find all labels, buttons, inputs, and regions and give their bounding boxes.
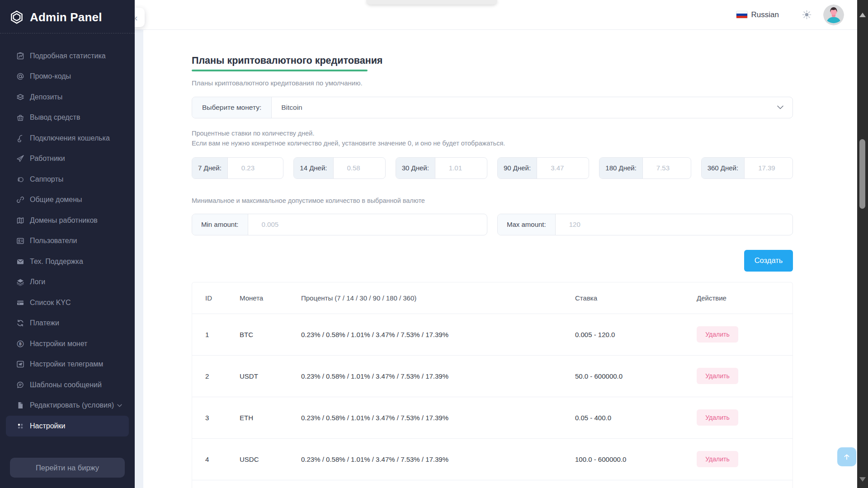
- tech-support-icon: [15, 257, 25, 266]
- sidebar-item-tech-support[interactable]: Тех. Поддержка: [0, 251, 135, 272]
- coin-settings-icon: ฿: [15, 339, 25, 348]
- create-button[interactable]: Создать: [744, 250, 793, 272]
- sidebar-item-message-templates[interactable]: Шаблоны сообщений: [0, 375, 135, 395]
- delete-button[interactable]: Удалить: [697, 451, 738, 467]
- rate-input-90-days[interactable]: [537, 158, 589, 178]
- delete-button[interactable]: Удалить: [697, 326, 738, 343]
- withdrawals-icon: [15, 113, 25, 122]
- rate-field-360-days: 360 Дней:: [701, 157, 793, 179]
- go-to-exchange-button[interactable]: Перейти на биржу: [10, 458, 125, 478]
- table-header: ID Монета Проценты (7 / 14 / 30 / 90 / 1…: [192, 282, 793, 314]
- plans-table: ID Монета Проценты (7 / 14 / 30 / 90 / 1…: [192, 282, 793, 488]
- table-row: 4 USDC 0.23% / 0.58% / 1.01% / 3.47% / 7…: [192, 438, 793, 480]
- sidebar-item-kyc-list[interactable]: Список KYC: [0, 292, 135, 313]
- language-selector[interactable]: Russian: [751, 10, 779, 19]
- scrollbar-thumb[interactable]: [859, 139, 865, 209]
- coin-select-label: Выберите монету:: [192, 97, 272, 118]
- page-subtitle: Планы криптовалютного кредитования по ум…: [192, 79, 793, 87]
- sidebar-item-wallet-connections[interactable]: Подключения кошелька: [0, 128, 135, 149]
- sidebar-item-promo-codes[interactable]: Промо-коды: [0, 66, 135, 87]
- app-title: Admin Panel: [30, 10, 102, 24]
- workers-icon: [15, 154, 25, 163]
- table-row: 3 ETH 0.23% / 0.58% / 1.01% / 3.47% / 7.…: [192, 397, 793, 438]
- rates-hint-2: Если вам не нужно конкретное количество …: [192, 140, 793, 147]
- min-amount-field: Min amount:: [192, 214, 487, 235]
- sidebar-item-logs[interactable]: Логи: [0, 272, 135, 293]
- worker-domains-icon: [15, 216, 25, 225]
- scroll-to-top-button[interactable]: [837, 447, 856, 466]
- user-avatar[interactable]: [823, 5, 844, 25]
- rates-hint-1: Процентные ставки по количеству дней.: [192, 130, 793, 137]
- title-underline: [192, 70, 368, 71]
- arrow-up-icon: [842, 452, 852, 462]
- promo-codes-icon: [15, 72, 25, 81]
- rate-input-180-days[interactable]: [643, 158, 691, 178]
- settings-icon: [15, 422, 25, 431]
- delete-button[interactable]: Удалить: [697, 368, 738, 384]
- coin-select[interactable]: Выберите монету: Bitcoin: [192, 97, 793, 118]
- russian-flag-icon[interactable]: [736, 11, 747, 19]
- max-amount-field: Max amount:: [497, 214, 793, 235]
- topbar: Russian «: [135, 0, 857, 30]
- rate-field-14-days: 14 Дней:: [293, 157, 385, 179]
- edit-terms-icon: [15, 401, 25, 410]
- table-row-partial: [192, 480, 793, 488]
- sidebar-item-edit-terms[interactable]: Редактировать (условия): [0, 395, 135, 416]
- sidebar-item-deposits[interactable]: Депозиты: [0, 87, 135, 108]
- table-row: 2 USDT 0.23% / 0.58% / 1.01% / 3.47% / 7…: [192, 355, 793, 397]
- delete-button[interactable]: Удалить: [697, 409, 738, 426]
- rate-input-14-days[interactable]: [334, 158, 385, 178]
- message-templates-icon: [15, 380, 25, 389]
- scrollbar-down-arrow-icon[interactable]: [859, 477, 866, 482]
- stats-icon: [15, 52, 25, 61]
- sidebar-item-shared-domains[interactable]: Общие домены: [0, 190, 135, 211]
- sidebar-item-telegram-settings[interactable]: Настройки телеграмм: [0, 354, 135, 375]
- app-logo-icon: [9, 10, 24, 24]
- wallet-connections-icon: [15, 134, 25, 143]
- rate-field-30-days: 30 Дней:: [396, 157, 487, 179]
- telegram-settings-icon: [15, 360, 25, 369]
- sidebar-item-stats[interactable]: Подробная статистика: [0, 46, 135, 66]
- logs-icon: [15, 277, 25, 286]
- amount-hint: Минимальное и максимальное допустимое ко…: [192, 197, 793, 205]
- rate-field-7-days: 7 Дней:: [192, 157, 283, 179]
- supports-icon: [15, 175, 25, 184]
- sidebar-menu: Подробная статистика Промо-коды Депозиты…: [0, 46, 135, 436]
- content-card: Планы криптовалютного кредитования Планы…: [143, 29, 857, 488]
- chevron-down-icon: [117, 404, 122, 407]
- logo: Admin Panel: [0, 0, 135, 33]
- sidebar-item-coin-settings[interactable]: ฿ Настройки монет: [0, 333, 135, 354]
- chevron-down-icon: [777, 97, 793, 118]
- page-scrollbar[interactable]: [857, 0, 868, 488]
- shared-domains-icon: [15, 195, 25, 204]
- rate-input-360-days[interactable]: [745, 158, 793, 178]
- sidebar-item-users[interactable]: Пользователи: [0, 231, 135, 252]
- rate-field-90-days: 90 Дней:: [497, 157, 589, 179]
- amount-fields: Min amount: Max amount:: [192, 214, 793, 235]
- sidebar-divider: [0, 33, 135, 33]
- users-icon: [15, 236, 25, 245]
- rate-input-7-days[interactable]: [228, 158, 283, 178]
- scrollbar-up-arrow-icon[interactable]: [859, 13, 866, 17]
- main-area: Russian « Планы криптовалютного кредитов…: [135, 0, 857, 488]
- sidebar-item-workers[interactable]: Работники: [0, 149, 135, 169]
- coin-select-value: Bitcoin: [272, 97, 777, 118]
- sidebar-item-worker-domains[interactable]: Домены работников: [0, 210, 135, 231]
- kyc-list-icon: [15, 298, 25, 307]
- admin-panel-app: Admin Panel Подробная статистика Промо-к…: [0, 0, 868, 488]
- theme-toggle-sun-icon[interactable]: [802, 9, 812, 20]
- rate-input-30-days[interactable]: [435, 158, 487, 178]
- payments-icon: [15, 319, 25, 328]
- sidebar: Admin Panel Подробная статистика Промо-к…: [0, 0, 135, 488]
- sidebar-item-settings[interactable]: Настройки: [6, 416, 129, 436]
- sidebar-item-supports[interactable]: Саппорты: [0, 169, 135, 190]
- page-title: Планы криптовалютного кредитования: [192, 55, 793, 66]
- table-row: 1 BTC 0.23% / 0.58% / 1.01% / 3.47% / 7.…: [192, 314, 793, 355]
- max-amount-input[interactable]: [556, 214, 793, 235]
- sidebar-item-payments[interactable]: Платежи: [0, 313, 135, 334]
- sidebar-item-withdrawals[interactable]: Вывод средств: [0, 108, 135, 128]
- scrolled-element-edge: [366, 0, 497, 5]
- rate-field-180-days: 180 Дней:: [599, 157, 691, 179]
- day-rate-fields: 7 Дней: 14 Дней: 30 Дней: 90 Дней:: [192, 157, 793, 179]
- min-amount-input[interactable]: [248, 214, 487, 235]
